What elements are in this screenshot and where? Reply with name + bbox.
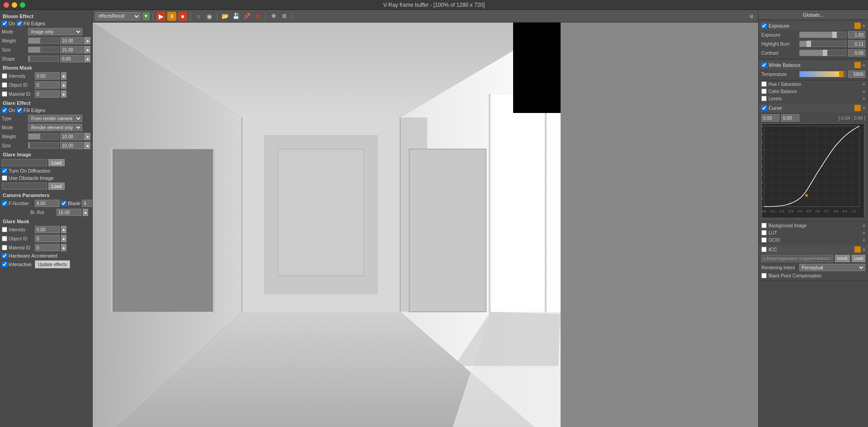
bloom-size-stepper[interactable]: ▲ [85,46,90,53]
settings-icon[interactable]: ⚙ [280,12,289,21]
folder-icon[interactable]: 📂 [221,12,230,21]
bloom-objectid-input[interactable] [35,81,60,89]
glare-materialid-checkbox[interactable] [2,245,7,250]
bloom-materialid-checkbox[interactable] [2,91,7,97]
pin-icon[interactable]: 📌 [242,12,251,21]
icc-load-button[interactable]: Load [852,255,865,262]
rendering-intent-select[interactable]: Perceptual [799,264,865,271]
glare-intensity-input[interactable] [35,226,60,233]
glare-objectid-input[interactable] [35,235,60,242]
save-icon[interactable]: 💾 [231,12,241,21]
lut-expand[interactable]: ≡ [863,230,865,235]
glare-mode-select[interactable]: Render element only [28,124,82,131]
hue-saturation-expand[interactable]: ≡ [863,82,865,87]
color-balance-expand[interactable]: ≡ [863,89,865,94]
curve-input-y[interactable] [781,114,799,122]
glare-intensity-stepper[interactable]: ▲ [61,226,66,233]
glare-objectid-checkbox[interactable] [2,236,7,241]
use-obstacle-checkbox[interactable] [2,175,7,181]
combo-dropdown-btn[interactable]: ▼ [142,12,150,20]
color-balance-row[interactable]: Color Balance ≡ [759,88,868,95]
curve-expand-icon[interactable]: ≡ [863,106,865,111]
interactive-checkbox[interactable] [2,262,7,267]
exposure-expand-icon[interactable]: ≡ [863,23,865,28]
move-icon[interactable]: ✥ [269,12,278,21]
blrot-input[interactable] [57,209,81,216]
ocio-checkbox[interactable] [761,237,767,243]
glare-weight-input[interactable] [60,133,85,140]
bloom-intensity-checkbox[interactable] [2,73,7,79]
glare-on-checkbox[interactable] [2,108,7,113]
glare-type-select[interactable]: From render camera [28,115,82,122]
glare-weight-slider[interactable] [28,133,59,140]
background-image-row[interactable]: Background Image ≡ [759,222,868,229]
bloom-weight-slider[interactable] [28,38,59,44]
bloom-weight-stepper[interactable]: ▲ [85,37,90,44]
levels-row[interactable]: Levels ≡ [759,95,868,102]
contrast-slider[interactable] [799,50,846,56]
bloom-size-input[interactable] [60,46,85,53]
glare-materialid-input[interactable] [35,244,60,251]
white-balance-checkbox[interactable] [761,62,767,68]
obstacle-load-button[interactable]: Load [48,183,65,190]
effects-combo[interactable]: effectsResult [95,12,141,20]
highlight-burn-slider[interactable] [799,41,846,47]
levels-expand[interactable]: ≡ [863,96,865,101]
background-image-expand[interactable]: ≡ [863,223,865,228]
lut-row[interactable]: LUT ≡ [759,229,868,236]
bloom-shape-input[interactable] [60,55,85,62]
bloom-intensity-input[interactable] [35,72,60,80]
color-balance-checkbox[interactable] [761,89,767,94]
glare-size-slider[interactable] [28,142,59,149]
icc-save-button[interactable]: SAVE [835,255,850,262]
glare-fill-edges-checkbox[interactable] [17,108,22,113]
white-balance-expand-icon[interactable]: ≡ [863,63,865,68]
curve-chart[interactable]: 1.0 0.9 0.8 0.7 0.6 0.5 0.4 0.3 0.2 0.1 … [761,123,864,218]
highlight-burn-value-input[interactable] [848,40,865,47]
glare-weight-stepper[interactable]: ▲ [85,133,90,140]
hue-saturation-row[interactable]: Hue / Saturation ≡ [759,80,868,88]
hardware-accel-checkbox[interactable] [2,253,7,258]
pause-icon[interactable]: ⏸ [167,12,176,21]
bloom-materialid-stepper[interactable]: ▲ [61,90,66,98]
glare-size-input[interactable] [60,142,85,149]
glare-objectid-stepper[interactable]: ▲ [61,235,66,242]
glare-size-stepper[interactable]: ▲ [85,142,90,149]
maximize-button[interactable] [20,2,25,8]
fnumber-input[interactable] [35,200,60,207]
temperature-value-input[interactable] [848,70,865,78]
curve-checkbox[interactable] [761,105,767,111]
bloom-fill-edges-checkbox[interactable] [17,21,22,26]
fnumber-checkbox[interactable] [2,201,7,206]
glare-materialid-stepper[interactable]: ▲ [61,244,66,251]
levels-checkbox[interactable] [761,96,767,101]
render-icon[interactable]: ▶ [156,12,165,21]
bloom-objectid-checkbox[interactable] [2,82,7,88]
bloom-shape-slider[interactable] [28,56,59,62]
icc-expand[interactable]: ≡ [863,247,865,252]
ocio-expand[interactable]: ≡ [863,238,865,243]
lut-checkbox[interactable] [761,230,767,235]
exposure-value-input[interactable] [848,31,865,38]
icc-checkbox[interactable] [761,247,767,252]
globals-button[interactable]: Globals... [759,10,868,20]
contrast-value-input[interactable] [848,49,865,56]
bloom-on-checkbox[interactable] [2,21,7,26]
icc-path-input[interactable] [761,255,833,262]
black-point-checkbox[interactable] [761,273,767,278]
minimize-button[interactable] [12,2,17,8]
exposure-slider[interactable] [799,32,846,38]
ocio-row[interactable]: OCIO ≡ [759,236,868,244]
bloom-intensity-stepper[interactable]: ▲ [61,72,66,80]
glare-intensity-checkbox[interactable] [2,227,7,232]
blade-checkbox[interactable] [61,201,66,206]
delete-icon[interactable]: ✖ [253,12,262,21]
temperature-slider[interactable] [799,71,846,77]
update-effects-button[interactable]: Update effects [35,260,70,268]
bloom-weight-input[interactable] [60,37,85,44]
circle-icon[interactable]: ○ [194,12,203,21]
bloom-materialid-input[interactable] [35,90,60,98]
disc-icon[interactable]: ◉ [205,12,214,21]
background-image-checkbox[interactable] [761,223,767,228]
close-button[interactable] [4,2,9,8]
